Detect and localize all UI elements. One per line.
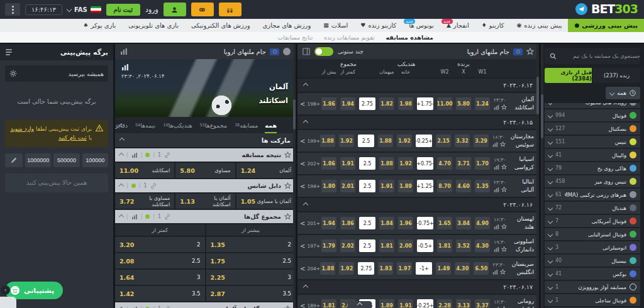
sidebar-popular-events[interactable]: رویداد های محبوب (545, 103, 640, 108)
date-group-row[interactable]: ۲۰۲۴.۰۶.۱۷ (297, 280, 539, 294)
odd-cell[interactable]: مساوی یا اسکاتلند3.72 (115, 194, 174, 209)
stats-bars-icon[interactable] (494, 247, 499, 252)
markets-header[interactable]: مارکت ها (115, 133, 296, 147)
sidebar-sport-item[interactable]: بوکس 41 (545, 268, 640, 280)
subnav-item[interactable]: تقویم مسابقات زنده (324, 34, 374, 41)
odd-box[interactable]: 11.00 (437, 97, 452, 110)
sidebar-sport-item[interactable]: مسابقه آواز یوروویژن 1 (545, 281, 640, 293)
match-row[interactable]: <204+ 1.881.922.751.831.97-1+1.494.306.5… (297, 258, 539, 279)
tab-prematch[interactable]: قبل از بازی (2384) (545, 68, 592, 83)
odd-cell[interactable]: آلمان یا مساوی1.05 (236, 194, 296, 209)
odd-box[interactable]: 1.98 (398, 97, 413, 110)
subnav-item[interactable]: مشاهده مسابقه (386, 34, 433, 41)
odd-box[interactable]: 4.30 (455, 262, 470, 275)
more-markets-button[interactable]: <201+ (300, 220, 321, 227)
match-row[interactable]: <199+ 1.881.922.51.881.92-0.25+2.153.323… (297, 130, 539, 151)
collapse-market-icon[interactable] (119, 183, 124, 188)
more-markets-button[interactable]: <204+ (300, 265, 320, 272)
detail-tab[interactable]: همه (265, 117, 277, 133)
more-markets-button[interactable]: <189+ (300, 302, 321, 308)
nav-item[interactable]: ◉ پیش بینی زنده (510, 19, 568, 32)
line-param-box[interactable]: -0.75+ (417, 217, 433, 229)
quick-amount-button[interactable]: 100000 (82, 153, 108, 167)
layout-panel-icon[interactable] (303, 48, 310, 55)
detail-tab[interactable]: 19هندیکپ‌ها (162, 117, 192, 133)
odd-box[interactable]: 1.92 (339, 262, 354, 275)
stats-bars-icon[interactable] (120, 48, 128, 55)
odd-box[interactable]: 8.70 (437, 180, 452, 192)
odd-cell[interactable]: 3.51.42 (115, 286, 205, 301)
collapse-support-icon[interactable]: ‹ (1, 285, 10, 295)
odd-cell[interactable]: 21.35 (206, 237, 296, 252)
line-param-box[interactable]: -1+ (416, 262, 432, 275)
market-header[interactable]: نتیجه مسابقه | | | 1 (115, 148, 296, 162)
favorite-star-icon[interactable] (500, 269, 506, 275)
games-button[interactable] (191, 3, 214, 16)
line-param-box[interactable]: 2.5 (359, 180, 375, 192)
register-button[interactable]: ثبت نام (106, 4, 140, 16)
odd-box[interactable]: 2.28 (437, 299, 452, 308)
detail-tab[interactable]: 18دقایق (115, 117, 128, 133)
market-header[interactable]: مجموع گل‌های آلمان | | | 1 (115, 302, 296, 308)
odd-box[interactable]: 1.88 (320, 262, 335, 275)
odd-cell[interactable]: 3.52.87 (206, 286, 296, 301)
odd-box[interactable]: 1.84 (379, 217, 394, 229)
odd-cell[interactable]: 32.25 (206, 270, 296, 285)
odd-box[interactable]: 1.89 (379, 299, 394, 308)
nav-item[interactable]: ♥ کازینو زنده (354, 19, 402, 32)
odd-box[interactable]: 1.81 (321, 299, 336, 308)
odd-box[interactable]: 1.65 (437, 217, 452, 229)
gift-button[interactable] (219, 3, 242, 16)
odd-cell[interactable]: 2.52.08 (115, 253, 205, 268)
nav-item[interactable]: بونوس ها جدید (402, 19, 440, 32)
odd-box[interactable]: 1.91 (379, 180, 394, 192)
search-input[interactable] (561, 53, 640, 59)
stats-bars-icon[interactable] (494, 165, 499, 170)
odd-box[interactable]: 6.50 (474, 262, 489, 275)
line-param-box[interactable]: 2.5 (359, 239, 375, 252)
edit-amount-button[interactable] (5, 153, 23, 167)
sidebar-sport-item[interactable]: فوتبال استرالیایی 8 (545, 228, 640, 240)
match-row[interactable]: <201+ 1.941.862.51.841.96-0.75+1.653.844… (297, 212, 539, 234)
market-header[interactable]: دابل شانس | | 1 (115, 179, 296, 192)
search-icon[interactable] (545, 53, 561, 60)
detail-tab[interactable]: 55مجموع‌ها (199, 117, 227, 133)
sidebar-sport-item[interactable]: هندبال 72 (545, 202, 640, 214)
tab-live[interactable]: زنده (237) (593, 68, 640, 83)
more-markets-button[interactable]: <198+ (300, 101, 321, 107)
odd-box[interactable]: 4.70 (437, 157, 452, 170)
line-param-box[interactable]: -0.5+ (417, 239, 433, 252)
odd-box[interactable]: 3.84 (456, 217, 471, 229)
odd-cell[interactable]: مساوی5.80 (175, 163, 235, 178)
odd-box[interactable]: 3.52 (456, 239, 471, 252)
line-param-box[interactable]: +1.25- (417, 180, 433, 192)
odd-box[interactable]: 1.49 (436, 262, 451, 275)
date-group-row[interactable]: ۲۰۲۴.۰۶.۱۴ (297, 79, 539, 92)
odd-box[interactable]: 1.86 (340, 217, 355, 229)
menu-kebab-icon[interactable] (5, 3, 20, 16)
nav-item[interactable]: بازی های تلویزیونی (122, 19, 185, 32)
chat-widget-stub[interactable] (0, 297, 16, 308)
quick-amount-button[interactable]: 500000 (53, 153, 79, 167)
match-row[interactable]: <194+ 1.802.012.51.911.89+1.25-8.704.601… (297, 175, 539, 197)
odd-box[interactable]: 1.80 (321, 180, 336, 192)
odd-box[interactable]: 3.29 (474, 135, 489, 147)
time-filter-dropdown[interactable]: همه (606, 87, 640, 99)
odd-box[interactable]: 3.32 (455, 135, 470, 147)
odd-box[interactable]: 2.00 (398, 239, 413, 252)
nav-item[interactable]: ♠ بازی پوکر (77, 19, 122, 32)
sidebar-sport-item[interactable]: هاکی روی یخ 79 (545, 162, 640, 174)
detail-scrollbar[interactable] (293, 99, 296, 129)
odd-box[interactable]: 1.89 (398, 180, 413, 192)
more-markets-button[interactable]: <202+ (300, 160, 321, 167)
favorite-star-icon[interactable] (284, 151, 291, 158)
sidebar-sport-item[interactable]: هنرهای رزمی ترکیبی (MMA) 61 (545, 189, 640, 201)
line-param-box[interactable]: +0.75- (417, 157, 433, 170)
odd-box[interactable]: 1.81 (379, 239, 394, 252)
sidebar-scrollbar[interactable] (541, 94, 543, 138)
match-row[interactable]: <202+ 1.861.912.51.881.92+0.75-4.703.711… (297, 153, 539, 174)
quick-amount-button[interactable]: 1000000 (25, 153, 51, 167)
prompt-login-link[interactable]: وارد شوید (10, 126, 33, 132)
market-header[interactable]: مجموع گل‌ها | | | 1 (115, 210, 296, 223)
favorite-star-icon[interactable] (500, 141, 506, 147)
